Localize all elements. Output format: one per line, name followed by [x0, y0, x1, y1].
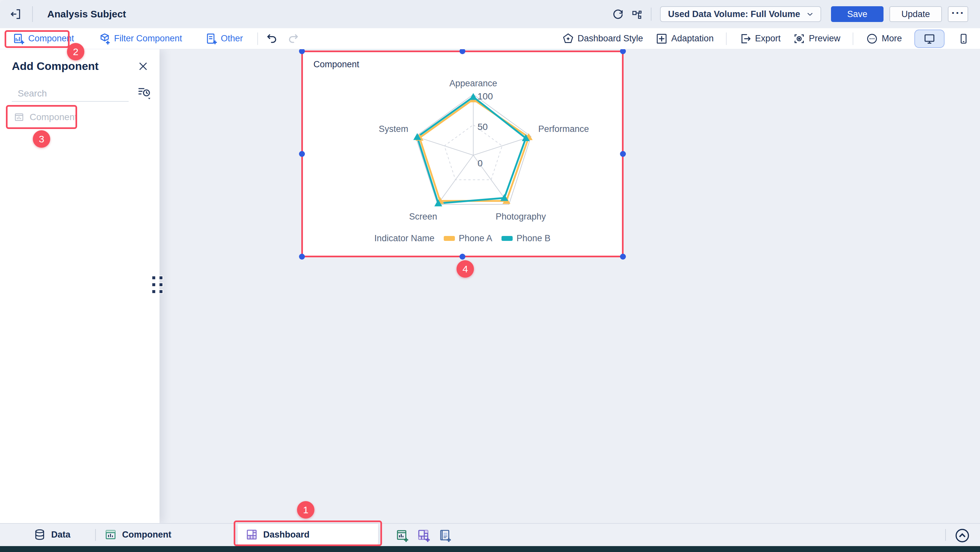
panel-close-button[interactable]	[136, 59, 150, 73]
collapse-up-icon	[954, 527, 970, 544]
dashboard-style-icon	[562, 32, 574, 45]
preview-button[interactable]: Preview	[793, 32, 840, 45]
add-chart-icon	[396, 528, 409, 542]
data-volume-label: Used Data Volume: Full Volume	[668, 9, 800, 19]
component-tab-icon	[104, 528, 117, 541]
toolbar-divider-3	[853, 32, 853, 45]
add-grid-icon	[417, 528, 431, 542]
annotation-badge-4: 4	[457, 260, 474, 278]
component-thumbnail-icon	[14, 111, 24, 123]
svg-text:Appearance: Appearance	[449, 78, 497, 88]
search-filter-icon	[137, 85, 151, 100]
redo-icon	[287, 32, 300, 45]
save-button[interactable]: Save	[831, 6, 883, 22]
annotation-badge-1: 1	[297, 501, 314, 519]
toolbar-filter-component-button[interactable]: Filter Component	[99, 32, 182, 45]
taskbar-strip	[0, 546, 980, 552]
annotation-badge-3: 3	[33, 130, 50, 148]
toolbar-right-group: Dashboard Style Adaptation Export Previe	[562, 30, 970, 48]
undo-button[interactable]	[265, 32, 278, 45]
undo-icon	[266, 32, 278, 45]
header-more-button[interactable]: ···	[948, 6, 968, 22]
data-volume-select[interactable]: Used Data Volume: Full Volume	[660, 6, 821, 22]
svg-text:System: System	[379, 124, 408, 134]
add-chart-component-button[interactable]	[396, 528, 409, 542]
toolbar-other-button[interactable]: Other	[205, 32, 243, 45]
search-filter-button[interactable]	[137, 85, 151, 100]
component-card[interactable]: Component 050100AppearancePerformancePho…	[301, 51, 624, 257]
desktop-view-toggle[interactable]	[914, 30, 945, 48]
redo-button[interactable]	[287, 32, 300, 45]
add-doc-icon	[438, 528, 452, 542]
toolbar-divider-1	[257, 32, 258, 45]
collapse-bottom-bar-button[interactable]	[954, 527, 971, 544]
legend-item-phone-a[interactable]: Phone A	[444, 233, 492, 243]
tab-component[interactable]: Component	[104, 524, 171, 546]
adaptation-button[interactable]: Adaptation	[655, 32, 713, 45]
refresh-icon	[612, 8, 624, 20]
svg-text:Screen: Screen	[409, 212, 438, 221]
lineage-icon	[631, 8, 643, 20]
legend-label-phone-a: Phone A	[459, 233, 492, 243]
component-add-icon	[13, 32, 25, 45]
adaptation-icon	[655, 32, 668, 45]
lineage-button[interactable]	[630, 7, 644, 21]
annotation-badge-2: 2	[67, 43, 84, 60]
radar-chart: 050100AppearancePerformancePhotographySc…	[303, 52, 622, 256]
legend-item-phone-b[interactable]: Phone B	[501, 233, 551, 243]
resize-handle-s[interactable]	[460, 254, 465, 259]
mobile-view-toggle[interactable]	[957, 32, 970, 45]
export-icon	[739, 32, 752, 45]
desktop-icon	[923, 32, 936, 45]
search-row	[12, 86, 129, 102]
bottom-bar-divider-2	[945, 529, 946, 541]
more-icon	[866, 32, 878, 45]
svg-text:100: 100	[477, 91, 493, 102]
header-actions: Used Data Volume: Full Volume Save Updat…	[611, 6, 968, 22]
panel-resize-handle[interactable]	[152, 276, 162, 293]
svg-text:50: 50	[477, 122, 488, 132]
add-report-button[interactable]	[438, 528, 452, 542]
refresh-button[interactable]	[611, 7, 625, 21]
tab-dashboard-active[interactable]: Dashboard	[238, 524, 378, 546]
panel-item-label: Component	[30, 112, 77, 122]
dashboard-style-button[interactable]: Dashboard Style	[562, 32, 643, 45]
update-button[interactable]: Update	[889, 6, 942, 22]
search-input[interactable]	[18, 88, 136, 99]
toolbar-divider-2	[726, 32, 727, 45]
toolbar-component-button[interactable]: Component	[13, 32, 74, 45]
dashboard-tab-icon	[245, 528, 258, 541]
bottom-tab-bar: Data Component Dashboard	[0, 523, 980, 546]
exit-button[interactable]	[8, 7, 23, 21]
bottom-bar-divider-1	[95, 529, 96, 541]
preview-icon	[793, 32, 805, 45]
legend-swatch-phone-b	[501, 236, 513, 241]
header-divider	[32, 6, 33, 22]
export-button[interactable]: Export	[739, 32, 780, 45]
tab-data[interactable]: Data	[33, 524, 70, 546]
panel-item-component[interactable]: Component	[6, 105, 77, 129]
header-bar: Analysis Subject Used Data Volume: Full …	[0, 0, 980, 28]
svg-text:0: 0	[477, 158, 483, 169]
panel-title: Add Component	[12, 60, 99, 73]
legend-swatch-phone-a	[444, 236, 455, 241]
dashboard-editor-app: Analysis Subject Used Data Volume: Full …	[0, 0, 980, 552]
resize-handle-w[interactable]	[299, 151, 305, 157]
add-grid-layout-button[interactable]	[417, 528, 431, 542]
svg-text:Photography: Photography	[496, 212, 546, 221]
resize-handle-se[interactable]	[620, 254, 626, 259]
legend-label-phone-b: Phone B	[517, 233, 551, 243]
mobile-icon	[958, 33, 969, 45]
header-divider-2	[651, 8, 651, 21]
svg-text:Performance: Performance	[538, 124, 589, 134]
more-button[interactable]: More	[866, 32, 902, 45]
resize-handle-sw[interactable]	[299, 254, 305, 259]
chevron-down-icon	[805, 10, 815, 19]
add-component-panel: Add Component Component	[0, 49, 159, 523]
chart-legend: Indicator Name Phone A Phone B	[303, 233, 622, 243]
exit-icon	[9, 8, 22, 21]
data-icon	[33, 528, 46, 541]
page-title: Analysis Subject	[47, 8, 126, 20]
resize-handle-e[interactable]	[620, 151, 626, 157]
other-icon	[205, 32, 218, 45]
